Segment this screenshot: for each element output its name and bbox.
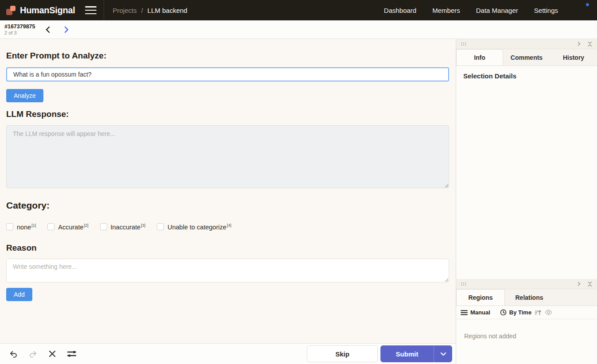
reason-textarea[interactable] bbox=[6, 259, 449, 283]
reason-heading: Reason bbox=[6, 243, 450, 253]
info-panel-header bbox=[456, 39, 597, 49]
list-icon bbox=[461, 310, 468, 315]
tab-comments[interactable]: Comments bbox=[503, 49, 550, 66]
llm-response-textarea[interactable] bbox=[6, 125, 449, 188]
task-id: #167379875 bbox=[4, 23, 35, 30]
labeling-interface: Enter Prompt to Analyze: Analyze LLM Res… bbox=[0, 39, 456, 343]
choice-unable-label: Unable to categorize[4] bbox=[167, 223, 231, 231]
sort-ascending-icon bbox=[535, 310, 542, 316]
collapse-vertical-icon[interactable] bbox=[587, 281, 593, 287]
group-manual-button[interactable]: Manual bbox=[461, 309, 490, 316]
hotkey-hint: [1] bbox=[31, 223, 36, 228]
submit-dropdown-toggle[interactable] bbox=[434, 345, 452, 362]
prompt-heading: Enter Prompt to Analyze: bbox=[6, 51, 450, 61]
humansignal-logo-icon bbox=[6, 5, 16, 15]
breadcrumb-current-project: LLM backend bbox=[147, 7, 187, 14]
regions-toolbar: Manual By Time bbox=[456, 306, 597, 319]
collapse-vertical-icon[interactable] bbox=[587, 41, 593, 47]
regions-panel: Regions Relations Manual By Time bbox=[456, 279, 597, 364]
brand-name: HumanSignal bbox=[20, 5, 75, 15]
checkbox-inaccurate[interactable] bbox=[100, 223, 107, 230]
nav-data-manager[interactable]: Data Manager bbox=[476, 7, 518, 14]
redo-button[interactable] bbox=[27, 348, 39, 360]
drag-handle-icon[interactable] bbox=[461, 282, 466, 286]
choice-unable-to-categorize[interactable]: Unable to categorize[4] bbox=[157, 223, 231, 231]
nav-dashboard[interactable]: Dashboard bbox=[384, 7, 416, 14]
skip-button[interactable]: Skip bbox=[307, 345, 378, 362]
drag-handle-icon[interactable] bbox=[461, 42, 466, 46]
chevron-down-icon bbox=[440, 352, 446, 356]
add-button[interactable]: Add bbox=[6, 288, 32, 301]
choice-none[interactable]: none[1] bbox=[6, 223, 36, 231]
task-position-counter: 2 of 3 bbox=[4, 30, 35, 35]
category-heading: Category: bbox=[6, 200, 450, 211]
submit-label[interactable]: Submit bbox=[380, 345, 434, 362]
chevron-left-icon bbox=[45, 26, 51, 33]
chevron-right-icon bbox=[63, 26, 70, 33]
llm-response-heading: LLM Response: bbox=[6, 109, 450, 119]
choice-accurate[interactable]: Accurate[2] bbox=[47, 223, 88, 231]
details-sidebar: Info Comments History Selection Details bbox=[456, 39, 597, 364]
analyze-button[interactable]: Analyze bbox=[6, 89, 43, 102]
undo-icon bbox=[9, 349, 18, 359]
regions-panel-header bbox=[456, 279, 597, 289]
eye-icon bbox=[545, 310, 552, 315]
collapse-right-icon[interactable] bbox=[577, 42, 581, 46]
selection-details-title: Selection Details bbox=[463, 72, 590, 80]
submit-button[interactable]: Submit bbox=[380, 345, 452, 362]
info-panel: Info Comments History Selection Details bbox=[456, 39, 597, 279]
hotkey-hint: [3] bbox=[141, 223, 145, 228]
annotation-settings-button[interactable] bbox=[66, 348, 78, 360]
previous-task-button[interactable] bbox=[43, 25, 52, 34]
nav-members[interactable]: Members bbox=[432, 7, 460, 14]
next-task-button[interactable] bbox=[62, 25, 71, 34]
topbar-divider bbox=[104, 0, 104, 20]
close-icon bbox=[48, 350, 56, 358]
sort-order-button[interactable] bbox=[535, 310, 542, 316]
choice-accurate-label: Accurate[2] bbox=[58, 223, 88, 231]
sort-by-time-label: By Time bbox=[509, 309, 531, 316]
annotation-footer-bar: Skip Submit bbox=[0, 343, 456, 364]
regions-panel-tabs: Regions Relations bbox=[456, 289, 597, 306]
checkbox-none[interactable] bbox=[6, 223, 13, 230]
settings-sliders-icon bbox=[66, 350, 77, 358]
choice-inaccurate[interactable]: Inaccurate[3] bbox=[100, 223, 146, 231]
top-nav-links: Dashboard Members Data Manager Settings bbox=[384, 3, 597, 17]
undo-button[interactable] bbox=[7, 348, 19, 360]
hamburger-menu-icon[interactable] bbox=[85, 6, 97, 14]
choice-inaccurate-label: Inaccurate[3] bbox=[111, 223, 146, 231]
hotkey-hint: [2] bbox=[84, 223, 89, 228]
task-meta: #167379875 2 of 3 bbox=[0, 23, 35, 35]
breadcrumb: Projects / LLM backend bbox=[113, 7, 187, 14]
redo-icon bbox=[28, 349, 38, 359]
category-choices: none[1] Accurate[2] Inaccurate[3] Unable… bbox=[6, 223, 450, 231]
reset-annotation-button[interactable] bbox=[46, 348, 58, 360]
checkbox-accurate[interactable] bbox=[47, 223, 54, 230]
breadcrumb-projects-link[interactable]: Projects bbox=[113, 7, 137, 14]
group-manual-label: Manual bbox=[470, 309, 490, 316]
tab-info[interactable]: Info bbox=[456, 49, 503, 66]
top-navigation-bar: HumanSignal Projects / LLM backend Dashb… bbox=[0, 0, 597, 20]
checkbox-unable-to-categorize[interactable] bbox=[157, 223, 164, 230]
tab-history[interactable]: History bbox=[550, 49, 597, 66]
annotation-main-column: Enter Prompt to Analyze: Analyze LLM Res… bbox=[0, 39, 456, 364]
prompt-input[interactable] bbox=[6, 67, 449, 81]
tab-regions[interactable]: Regions bbox=[456, 289, 505, 306]
toggle-visibility-button[interactable] bbox=[545, 310, 552, 315]
nav-settings[interactable]: Settings bbox=[534, 7, 558, 14]
info-panel-body: Selection Details bbox=[456, 66, 597, 279]
clock-icon bbox=[500, 309, 507, 316]
brand[interactable]: HumanSignal bbox=[0, 5, 75, 15]
choice-none-label: none[1] bbox=[17, 223, 36, 231]
task-navigation-row: #167379875 2 of 3 bbox=[0, 20, 597, 39]
hotkey-hint: [4] bbox=[227, 223, 231, 228]
regions-panel-body: Regions not added bbox=[456, 319, 597, 364]
user-avatar[interactable] bbox=[575, 3, 589, 17]
sort-by-time-button[interactable]: By Time bbox=[500, 309, 531, 316]
breadcrumb-separator: / bbox=[141, 7, 143, 14]
collapse-right-icon[interactable] bbox=[577, 282, 581, 286]
online-status-badge bbox=[585, 2, 590, 7]
tab-relations[interactable]: Relations bbox=[505, 289, 554, 306]
regions-empty-message: Regions not added bbox=[463, 325, 590, 347]
info-panel-tabs: Info Comments History bbox=[456, 49, 597, 66]
